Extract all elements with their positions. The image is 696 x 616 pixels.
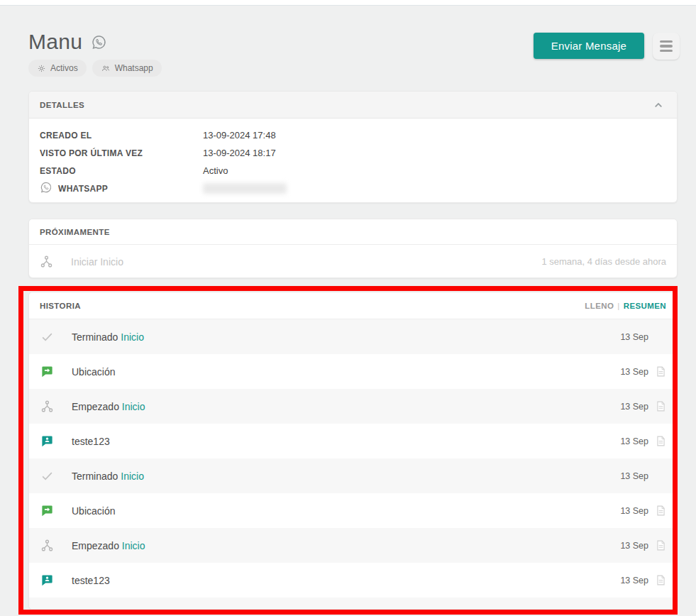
history-item-link[interactable]: Inicio xyxy=(121,331,144,343)
note-icon[interactable] xyxy=(655,505,667,517)
details-row-label: ESTADO xyxy=(40,166,203,176)
details-label-text: ESTADO xyxy=(40,166,76,176)
upcoming-item-label: Iniciar Inicio xyxy=(71,256,123,268)
details-row-label: WHATSAPP xyxy=(40,181,203,196)
whatsapp-icon xyxy=(91,34,107,50)
history-item-meta: 13 Sep xyxy=(620,435,667,447)
message-sent-icon xyxy=(40,365,56,378)
upcoming-panel-title: PRÓXIMAMENTE xyxy=(40,228,110,236)
note-icon[interactable] xyxy=(655,435,667,447)
contact-detail-page: Manu ActivosWhatsapp Enviar Mensaje DETA… xyxy=(0,0,696,616)
flow-icon xyxy=(40,539,56,552)
history-row[interactable]: teste12313 Sep xyxy=(29,424,677,458)
history-item-meta: 13 Sep xyxy=(620,470,667,482)
history-item-text: Ubicación xyxy=(72,366,115,378)
flow-icon xyxy=(40,400,56,413)
note-icon[interactable] xyxy=(655,400,667,412)
history-item-meta: 13 Sep xyxy=(620,400,667,412)
details-row: ESTADOActivo xyxy=(40,162,666,180)
upcoming-panel: PRÓXIMAMENTE Iniciar Inicio1 semana, 4 d… xyxy=(28,219,678,278)
details-row-label: VISTO POR ÚLTIMA VEZ xyxy=(40,148,203,158)
page-title: Manu xyxy=(28,30,82,54)
details-label-text: VISTO POR ÚLTIMA VEZ xyxy=(40,148,143,158)
history-row[interactable]: Ubicación13 Sep xyxy=(29,493,677,528)
history-item-date: 13 Sep xyxy=(620,471,648,481)
history-item-meta: 13 Sep xyxy=(620,365,667,378)
note-icon[interactable] xyxy=(655,539,667,551)
history-filter-summary[interactable]: RESUMEN xyxy=(624,302,666,310)
history-item-text: Empezado Inicio xyxy=(72,540,145,551)
history-row[interactable]: teste12313 Sep xyxy=(29,563,677,598)
details-row-value: 13-09-2024 17:48 xyxy=(203,130,276,141)
details-row: WHATSAPP xyxy=(40,180,666,197)
history-item-text: teste123 xyxy=(72,575,110,586)
user-message-icon xyxy=(40,573,56,587)
tag-list: ActivosWhatsapp xyxy=(28,60,162,77)
history-item-date: 13 Sep xyxy=(620,576,648,585)
tag-label: Whatsapp xyxy=(115,63,153,73)
user-message-icon xyxy=(40,434,56,448)
details-label-text: CREADO EL xyxy=(40,131,92,141)
history-item-text: Ubicación xyxy=(72,505,115,517)
details-row-value: Activo xyxy=(203,165,228,176)
upcoming-list: Iniciar Inicio1 semana, 4 días desde aho… xyxy=(29,245,677,278)
menu-button[interactable] xyxy=(653,33,680,60)
history-list: Terminado Inicio13 SepUbicación13 SepEmp… xyxy=(29,319,677,610)
history-item-text: Terminado Inicio xyxy=(72,471,144,482)
history-panel-title: HISTORIA xyxy=(40,302,81,310)
history-row-partial xyxy=(29,598,677,610)
flow-icon xyxy=(40,255,55,268)
history-row[interactable]: Empezado Inicio13 Sep xyxy=(29,389,677,424)
history-item-meta: 13 Sep xyxy=(620,505,667,517)
tag-label: Activos xyxy=(50,63,78,73)
gear-icon xyxy=(37,64,46,73)
history-row[interactable]: Ubicación13 Sep xyxy=(29,354,677,389)
history-item-text: Empezado Inicio xyxy=(72,401,145,412)
note-icon[interactable] xyxy=(655,574,667,586)
history-row[interactable]: Terminado Inicio13 Sep xyxy=(29,319,677,354)
details-row: CREADO EL13-09-2024 17:48 xyxy=(40,126,666,144)
upcoming-item-time: 1 semana, 4 días desde ahora xyxy=(541,256,666,267)
history-filter-separator: | xyxy=(617,302,619,310)
history-item-link[interactable]: Inicio xyxy=(122,540,145,551)
history-item-text: teste123 xyxy=(72,436,110,447)
history-row[interactable]: Terminado Inicio13 Sep xyxy=(29,458,677,493)
history-row[interactable]: Empezado Inicio13 Sep xyxy=(29,528,677,563)
header-actions: Enviar Mensaje xyxy=(534,33,680,60)
history-item-text: Terminado Inicio xyxy=(72,331,144,343)
history-item-date: 13 Sep xyxy=(620,541,648,551)
tag-activos[interactable]: Activos xyxy=(28,60,87,77)
tag-whatsapp[interactable]: Whatsapp xyxy=(92,60,162,77)
check-icon xyxy=(40,469,56,483)
users-icon xyxy=(101,64,111,73)
details-body: CREADO EL13-09-2024 17:48VISTO POR ÚLTIM… xyxy=(29,119,677,197)
contact-header: Manu ActivosWhatsapp xyxy=(28,30,162,77)
history-item-date: 13 Sep xyxy=(620,436,648,446)
history-view-toggle: LLENO | RESUMEN xyxy=(585,302,666,310)
history-item-link[interactable]: Inicio xyxy=(122,401,145,412)
history-item-date: 13 Sep xyxy=(620,506,648,516)
upcoming-item[interactable]: Iniciar Inicio1 semana, 4 días desde aho… xyxy=(29,245,677,278)
details-row-label: CREADO EL xyxy=(40,131,203,141)
history-item-link[interactable]: Inicio xyxy=(121,471,144,482)
collapse-panel-button[interactable] xyxy=(651,97,666,113)
whatsapp-icon xyxy=(40,181,53,196)
history-item-date: 13 Sep xyxy=(620,367,648,377)
note-icon[interactable] xyxy=(655,365,667,378)
details-label-text: WHATSAPP xyxy=(58,184,108,194)
history-item-meta: 13 Sep xyxy=(620,574,667,586)
details-row-value: 13-09-2024 18:17 xyxy=(203,148,276,158)
top-bar xyxy=(0,0,696,6)
redacted-phone-number xyxy=(203,183,287,194)
details-panel-title: DETALLES xyxy=(40,101,84,109)
history-item-date: 13 Sep xyxy=(620,332,648,342)
send-message-button[interactable]: Enviar Mensaje xyxy=(534,33,644,59)
history-item-date: 13 Sep xyxy=(620,402,648,412)
history-filter-full[interactable]: LLENO xyxy=(585,302,614,310)
details-row: VISTO POR ÚLTIMA VEZ13-09-2024 18:17 xyxy=(40,144,666,162)
history-item-meta: 13 Sep xyxy=(620,331,667,343)
details-panel: DETALLES CREADO EL13-09-2024 17:48VISTO … xyxy=(28,91,678,203)
chevron-up-icon xyxy=(652,99,665,111)
message-sent-icon xyxy=(40,504,56,517)
history-panel: HISTORIA LLENO | RESUMEN Terminado Inici… xyxy=(28,292,678,610)
